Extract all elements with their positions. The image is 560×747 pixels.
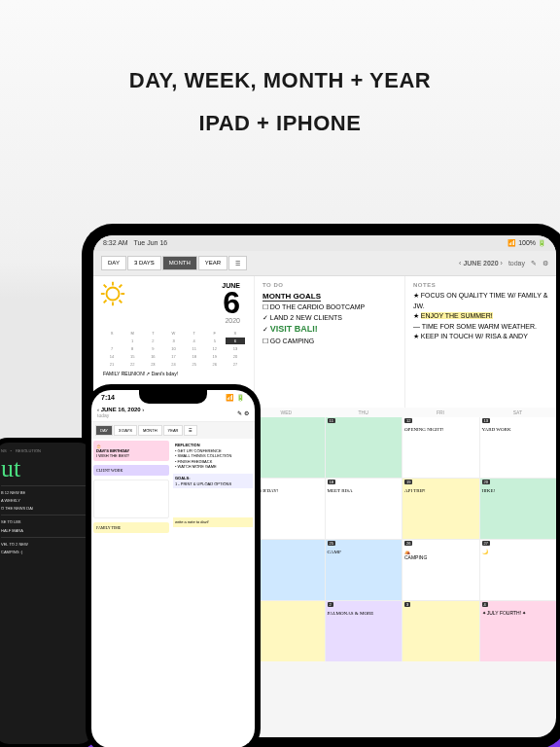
sticky-family[interactable]: FAMILY TIME: [93, 522, 169, 533]
todo-panel: TO DO MONTH GOALS ☐ DO THE CARDIO BOOTCA…: [254, 276, 404, 408]
year-label: 2020: [99, 317, 240, 324]
sticky-birthday[interactable]: 🎂DAVI'S BIRTHDAYI WISH THE BEST!: [93, 441, 169, 461]
sticky-client[interactable]: CLIENT WORK: [93, 465, 169, 476]
dark-phone-frame: NS • RESOLUTION ut B 12 NEW BE A WEEKLY …: [0, 438, 97, 747]
svg-line-5: [104, 285, 107, 288]
dark-phone-screen: NS • RESOLUTION ut B 12 NEW BE A WEEKLY …: [0, 443, 92, 744]
pencil-icon[interactable]: ✎: [531, 260, 537, 267]
gear-icon[interactable]: ⚙: [542, 260, 548, 267]
todo-title: MONTH GOALS: [262, 292, 321, 302]
svg-line-6: [120, 301, 122, 303]
tab-list-icon[interactable]: ☰: [228, 256, 247, 270]
notes-panel: NOTES ★ FOCUS ON QUALITY TIME W/ FAMILY …: [404, 276, 556, 408]
view-switcher[interactable]: DAY 3 DAYS MONTH YEAR ☰: [101, 256, 247, 270]
iphone-view-tabs[interactable]: DAY 3 DAYS MONTH YEAR ☰: [91, 422, 255, 439]
iphone-notes: REFLECTION • GET UP/ CONFERENCE • SMALL …: [171, 439, 255, 730]
iphone-screen: 7:14📶 🔋 ‹ JUNE 16, 2020 ›today ✎ ⚙ DAY 3…: [91, 390, 255, 747]
svg-line-7: [104, 301, 107, 303]
tab-month[interactable]: MONTH: [162, 256, 197, 270]
tab-year[interactable]: YEAR: [198, 256, 228, 270]
svg-line-8: [120, 285, 122, 288]
ipad-toolbar: DAY 3 DAYS MONTH YEAR ☰ ‹ JUNE 2020 › to…: [93, 251, 556, 276]
script-heading: ut: [1, 459, 87, 480]
gear-icon[interactable]: ⚙: [244, 410, 249, 416]
tab-3days[interactable]: 3 DAYS: [127, 256, 161, 270]
sun-icon: [99, 280, 126, 307]
iphone-device-frame: 7:14📶 🔋 ‹ JUNE 16, 2020 ›today ✎ ⚙ DAY 3…: [86, 384, 261, 747]
headline-line2: IPAD + IPHONE: [0, 111, 560, 136]
pencil-icon[interactable]: ✎: [237, 410, 242, 416]
mini-note: FAMILY REUNION! ↗ Dani's bday!: [99, 371, 248, 376]
headline-line1: DAY, WEEK, MONTH + YEAR: [0, 68, 560, 93]
iphone-timeline: 🎂DAVI'S BIRTHDAYI WISH THE BEST! CLIENT …: [91, 439, 171, 730]
iphone-header: ‹ JUNE 16, 2020 ›today ✎ ⚙: [91, 404, 255, 422]
marketing-headline: DAY, WEEK, MONTH + YEAR IPAD + IPHONE: [0, 0, 560, 136]
ipad-status-bar: 8:32 AM Tue Jun 16 📶 100% 🔋: [93, 235, 556, 251]
mini-calendar[interactable]: SMTWTFS 123456 78910111213 1415161718192…: [99, 330, 248, 368]
today-button[interactable]: today: [508, 260, 525, 267]
tab-day[interactable]: DAY: [101, 256, 126, 270]
svg-point-0: [106, 287, 119, 300]
iphone-notch: [139, 390, 207, 404]
month-nav[interactable]: ‹ JUNE 2020 ›: [459, 260, 503, 267]
